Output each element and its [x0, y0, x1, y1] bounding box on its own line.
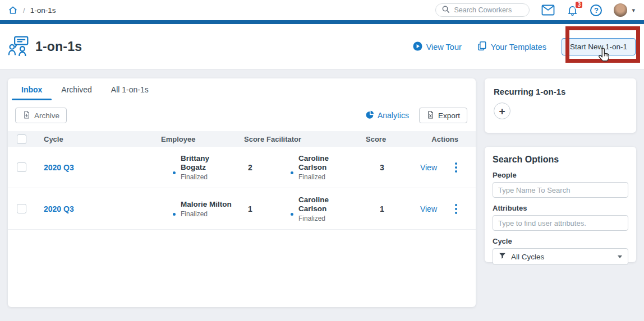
- user-menu[interactable]: ▾: [614, 3, 635, 17]
- status-dot: [172, 170, 177, 175]
- search-input[interactable]: [454, 6, 523, 14]
- export-button[interactable]: Export: [419, 108, 467, 123]
- search-icon: [441, 5, 450, 16]
- cycle-link[interactable]: 2020 Q3: [35, 163, 152, 172]
- attributes-search-input[interactable]: [493, 215, 628, 231]
- archive-button[interactable]: Archive: [15, 108, 67, 123]
- search-options-card: Search Options People Attributes Cycle A…: [485, 147, 636, 262]
- chevron-down-icon: [618, 255, 622, 258]
- column-header-actions: Actions: [398, 135, 476, 143]
- table-header: Cycle Employee Score Facilitator Score A…: [8, 131, 476, 147]
- employee-status: Finalized: [181, 210, 232, 218]
- analytics-link[interactable]: Analytics: [365, 110, 409, 121]
- employee-score: 1: [234, 204, 266, 213]
- notifications-bell-icon[interactable]: 3: [567, 4, 578, 16]
- add-recurring-button[interactable]: +: [494, 103, 510, 119]
- filter-funnel-icon: [499, 252, 506, 261]
- view-link[interactable]: View: [420, 204, 437, 213]
- column-header-employee: Employee: [152, 135, 234, 143]
- row-checkbox[interactable]: [17, 204, 26, 213]
- column-header-score: Score: [234, 135, 266, 143]
- page-header: 1-on-1s View Tour Your Templates Start N…: [0, 24, 644, 69]
- brand-stripe: [0, 20, 644, 24]
- people-label: People: [493, 171, 628, 179]
- row-checkbox[interactable]: [17, 162, 26, 172]
- tab-archived[interactable]: Archived: [52, 78, 101, 100]
- column-header-score-2: Score: [366, 135, 398, 143]
- export-spreadsheet-icon: [426, 110, 435, 121]
- coworker-search[interactable]: [435, 3, 530, 17]
- user-avatar: [614, 3, 627, 17]
- list-tabs: Inbox Archived All 1-on-1s: [8, 78, 476, 100]
- search-options-title: Search Options: [493, 155, 628, 165]
- page: / 1-on-1s 3 ? ▾: [0, 0, 644, 321]
- facilitator-name: Caroline Carlson: [298, 154, 342, 172]
- employee-cell: Brittany Bogatz Finalized: [152, 154, 234, 181]
- archive-icon: [22, 110, 31, 121]
- status-dot: [289, 170, 295, 175]
- breadcrumb-current: 1-on-1s: [30, 6, 56, 15]
- facilitator-status: Finalized: [298, 173, 342, 181]
- help-icon[interactable]: ?: [590, 4, 602, 16]
- kebab-menu-icon[interactable]: [454, 203, 458, 215]
- employee-cell: Malorie Milton Finalized: [152, 200, 234, 218]
- tab-all-1-on-1s[interactable]: All 1-on-1s: [102, 78, 158, 100]
- status-dot: [289, 212, 295, 217]
- top-navigation-bar: / 1-on-1s 3 ? ▾: [0, 0, 644, 20]
- mouse-cursor-hand-icon: [597, 47, 612, 65]
- view-tour-link[interactable]: View Tour: [413, 41, 462, 53]
- facilitator-score: 3: [366, 163, 398, 172]
- recurring-title: Recurring 1-on-1s: [494, 87, 627, 96]
- cycle-label: Cycle: [493, 237, 628, 245]
- column-header-cycle: Cycle: [35, 135, 152, 143]
- breadcrumb-separator: /: [23, 6, 25, 15]
- templates-icon: [477, 41, 487, 53]
- your-templates-link[interactable]: Your Templates: [477, 41, 546, 53]
- column-header-facilitator: Facilitator: [266, 135, 366, 143]
- facilitator-status: Finalized: [298, 215, 342, 222]
- table-row: 2020 Q3 Malorie Milton Finalized 1 Carol…: [8, 188, 476, 230]
- one-on-ones-icon: [8, 36, 29, 58]
- notification-count-badge: 3: [574, 1, 583, 9]
- one-on-ones-list-card: Inbox Archived All 1-on-1s Archive Analy…: [8, 78, 476, 307]
- view-link[interactable]: View: [420, 163, 437, 172]
- employee-name: Malorie Milton: [181, 200, 232, 209]
- tab-inbox[interactable]: Inbox: [12, 78, 52, 100]
- attributes-label: Attributes: [493, 204, 628, 212]
- facilitator-score: 1: [366, 204, 398, 213]
- analytics-pie-icon: [365, 110, 374, 121]
- facilitator-name: Caroline Carlson: [298, 196, 342, 213]
- list-toolbar: Archive Analytics Export: [8, 108, 476, 123]
- breadcrumb: / 1-on-1s: [8, 5, 56, 15]
- cycle-link[interactable]: 2020 Q3: [35, 204, 152, 213]
- recurring-1-on-1s-card: Recurring 1-on-1s +: [485, 78, 636, 133]
- employee-name: Brittany Bogatz: [181, 154, 224, 172]
- messages-icon[interactable]: [541, 4, 555, 16]
- page-title: 1-on-1s: [35, 39, 82, 54]
- facilitator-cell: Caroline Carlson Finalized: [266, 154, 366, 181]
- cycle-filter-dropdown[interactable]: All Cycles: [493, 248, 628, 265]
- people-search-input[interactable]: [493, 182, 628, 198]
- play-icon: [413, 41, 422, 53]
- chevron-down-icon: ▾: [632, 7, 635, 14]
- select-all-checkbox[interactable]: [17, 134, 26, 144]
- status-dot: [172, 212, 177, 217]
- employee-status: Finalized: [181, 173, 224, 181]
- employee-score: 2: [234, 163, 266, 172]
- table-row: 2020 Q3 Brittany Bogatz Finalized 2 Caro…: [8, 147, 476, 188]
- home-icon[interactable]: [8, 5, 18, 15]
- facilitator-cell: Caroline Carlson Finalized: [266, 196, 366, 222]
- kebab-menu-icon[interactable]: [454, 161, 458, 174]
- cycle-filter-value: All Cycles: [511, 253, 544, 261]
